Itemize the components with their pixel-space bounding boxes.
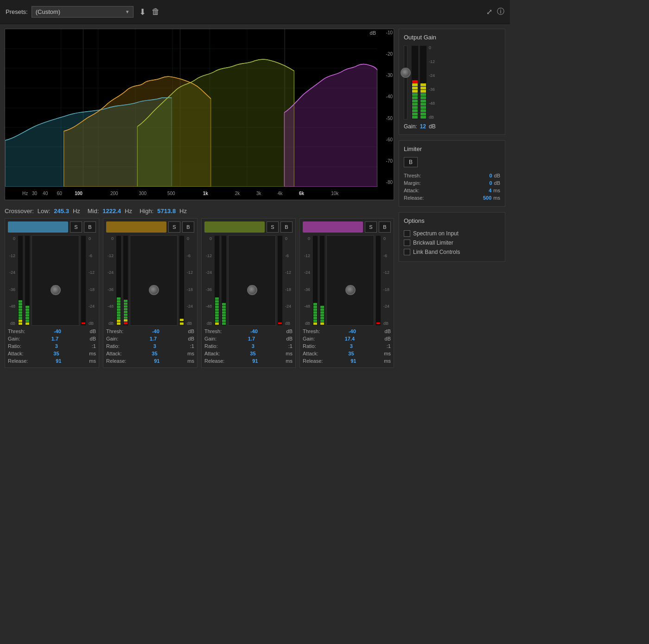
- band-2-gr-meter: [179, 235, 185, 326]
- spectrum-display: dB: [5, 29, 394, 200]
- output-meter-left: [411, 45, 419, 120]
- attack-label: Attack:: [404, 188, 420, 193]
- band-3-fader-knob[interactable]: [247, 285, 257, 295]
- output-gain-fader-container: [404, 45, 407, 120]
- gain-text-label: Gain:: [404, 123, 417, 130]
- attack-value: 4: [489, 188, 491, 193]
- band-4-params: Thresh:-40 dB Gain:17.4 dB Ratio:3 :1 At…: [303, 328, 391, 365]
- gain-label-row: Gain: 12 dB: [404, 123, 500, 130]
- band-3-left-meter: [214, 235, 220, 326]
- link-band-controls-checkbox[interactable]: [404, 249, 410, 255]
- band-3-right-meter: [221, 235, 227, 326]
- band-2-bypass[interactable]: B: [182, 221, 194, 233]
- limiter-title: Limiter: [404, 145, 500, 152]
- top-right-icons: ⤢ ⓘ: [486, 7, 504, 17]
- band-1-gr-meter: [81, 235, 86, 326]
- high-unit: Hz: [179, 208, 187, 215]
- release-value: 500: [483, 195, 491, 201]
- band-1-left-meter: [18, 235, 23, 326]
- band-2-left-meter: [116, 235, 121, 326]
- low-unit: Hz: [73, 208, 80, 215]
- thresh-value: 0: [489, 173, 492, 178]
- output-gain-panel: Output Gain: [399, 29, 505, 135]
- thresh-unit: dB: [494, 173, 500, 178]
- band-2-color: [106, 221, 166, 233]
- main-content: dB: [0, 24, 510, 373]
- high-value[interactable]: 5713.8: [157, 208, 176, 215]
- release-unit: ms: [493, 195, 500, 201]
- spectrum-on-input-checkbox[interactable]: [404, 230, 410, 237]
- band-4-gr-meter: [375, 235, 381, 326]
- freq-scale: Hz 30 40 60 100 200 300 500 1k 2k 3k 4k …: [21, 187, 377, 200]
- output-gain-fader-knob[interactable]: [401, 68, 411, 78]
- band-2-fader-track[interactable]: [130, 235, 178, 326]
- output-meter-right: [420, 45, 427, 120]
- band-4-solo[interactable]: S: [365, 221, 377, 233]
- margin-label: Margin:: [404, 180, 421, 186]
- band-1-params: Thresh:-40 dB Gain:1.7 dB Ratio:3 :1 Att…: [8, 328, 96, 365]
- band-4-header: S B: [303, 221, 391, 233]
- release-label: Release:: [404, 195, 424, 201]
- limiter-b-button[interactable]: B: [404, 157, 418, 167]
- band-1-right-meter: [25, 235, 30, 326]
- save-button[interactable]: ⬇: [139, 7, 146, 17]
- attack-unit: ms: [493, 188, 500, 193]
- output-db-scale: 0 -12 -24 -36 -48 dB: [428, 45, 436, 120]
- limiter-params: Thresh: 0 dB Margin: 0 dB Attack:: [404, 172, 500, 202]
- band-4-color: [303, 221, 363, 233]
- low-value[interactable]: 245.3: [54, 208, 69, 215]
- high-label: High:: [140, 208, 153, 215]
- band-2-header: S B: [106, 221, 194, 233]
- preset-select[interactable]: (Custom): [32, 6, 134, 18]
- band-3-fader-track[interactable]: [228, 235, 276, 326]
- band-1-bypass[interactable]: B: [84, 221, 96, 233]
- mid-label: Mid:: [88, 208, 99, 215]
- band-3-solo[interactable]: S: [267, 221, 279, 233]
- spectrum-on-input-label: Spectrum on Input: [413, 230, 458, 237]
- output-gain-title: Output Gain: [404, 34, 500, 41]
- band-2-right-meter: [123, 235, 128, 326]
- output-gain-fader-track[interactable]: [404, 45, 407, 120]
- margin-unit: dB: [494, 180, 500, 186]
- db-scale: -10 -20 -30 -40 -50 -60 -70 -80: [377, 29, 394, 186]
- delete-button[interactable]: 🗑: [152, 7, 160, 17]
- band-4-left-meter: [312, 235, 318, 326]
- band-4-bypass[interactable]: B: [379, 221, 391, 233]
- band-4-fader-knob[interactable]: [345, 285, 356, 295]
- brickwall-limiter-label: Brickwall Limiter: [413, 240, 453, 246]
- limiter-panel: Limiter B Thresh: 0 dB Margin: 0 dB: [399, 140, 505, 207]
- band-3-header: S B: [204, 221, 293, 233]
- band-2-fader-knob[interactable]: [149, 285, 159, 295]
- gain-unit: dB: [429, 123, 436, 130]
- band-1: S B 0 -12 -24 -36 -48 dB: [5, 218, 99, 368]
- link-band-controls-row: Link Band Controls: [404, 247, 500, 257]
- band-1-color: [8, 221, 68, 233]
- gain-meter-area: 0 -12 -24 -36 -48 dB: [404, 45, 500, 120]
- options-panel: Options Spectrum on Input Brickwall Limi…: [399, 212, 505, 262]
- resize-button[interactable]: ⤢: [486, 7, 492, 16]
- info-button[interactable]: ⓘ: [497, 7, 504, 17]
- band-4-fader-track[interactable]: [326, 235, 374, 326]
- top-bar: Presets: (Custom) ▼ ⬇ 🗑 ⤢ ⓘ: [0, 0, 510, 24]
- band-3: S B 0 -12 -24 -36 -48 dB: [201, 218, 296, 368]
- band-1-fader-track[interactable]: [32, 235, 79, 326]
- left-panel: dB: [5, 29, 394, 368]
- brickwall-limiter-row: Brickwall Limiter: [404, 238, 500, 247]
- brickwall-limiter-checkbox[interactable]: [404, 240, 410, 246]
- band-2-solo[interactable]: S: [168, 221, 180, 233]
- options-title: Options: [404, 217, 500, 224]
- band-1-solo[interactable]: S: [70, 221, 82, 233]
- spectrum-svg: [5, 29, 377, 187]
- band-1-fader-knob[interactable]: [51, 285, 61, 295]
- link-band-controls-label: Link Band Controls: [413, 249, 460, 255]
- right-panel: Output Gain: [399, 29, 505, 368]
- thresh-label: Thresh:: [404, 173, 421, 178]
- band-4-right-meter: [319, 235, 325, 326]
- band-4: S B 0 -12 -24 -36 -48 dB: [299, 218, 394, 368]
- mid-unit: Hz: [125, 208, 132, 215]
- mid-value[interactable]: 1222.4: [102, 208, 121, 215]
- band-2-params: Thresh:-40 dB Gain:1.7 dB Ratio:3 :1 Att…: [106, 328, 194, 365]
- gain-value: 12: [420, 123, 426, 130]
- band-3-bypass[interactable]: B: [280, 221, 293, 233]
- crossover-bar: Crossover: Low: 245.3 Hz Mid: 1222.4 Hz …: [5, 204, 394, 218]
